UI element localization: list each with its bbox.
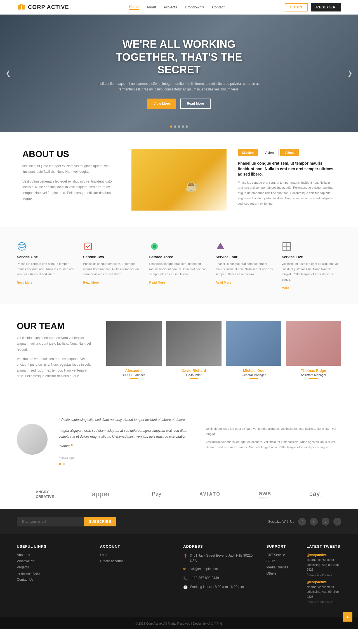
team-title: OUR TEAM bbox=[17, 321, 95, 331]
footer-link-contact[interactable]: Contact Us bbox=[17, 578, 92, 582]
team-title-4: Assistant Manager bbox=[286, 373, 341, 377]
footer-bottom: © 2018 Corp Active. All Rights Reserved … bbox=[0, 617, 358, 629]
tweet-text-1: sit amet consectetur adipiscing. Aug 09,… bbox=[307, 557, 341, 572]
about-section: ABOUT US vel tincidunt justo leo eget ex… bbox=[0, 132, 358, 227]
hero-prev-arrow[interactable]: ❮ bbox=[6, 70, 11, 77]
about-body: Phasellus congue erat sem, ut tempor mau… bbox=[238, 180, 336, 206]
address-hours: 🕐 Working Hours : 8:00 a.m - 6:00 p.m bbox=[183, 584, 258, 591]
service-desc-3: Phasellus congue erat sem, ut tempor mau… bbox=[149, 261, 209, 277]
footer-support-1[interactable]: 24/7 Service bbox=[267, 553, 301, 557]
clock-icon: 🕐 bbox=[183, 585, 188, 591]
footer-useful-links: USEFUL LINKS About us What we do Project… bbox=[17, 544, 92, 607]
footer-tweets: LATEST TWEETS @corpactive sit amet conse… bbox=[307, 544, 341, 607]
about-right: Mission Vision Values Phasellus congue e… bbox=[238, 149, 336, 206]
brand-name: CORP ACTIVE bbox=[28, 4, 69, 10]
nav-about[interactable]: About bbox=[147, 5, 156, 9]
tweet-time-2: Posted 4 days ago bbox=[307, 600, 341, 603]
tab-values[interactable]: Values bbox=[280, 149, 299, 156]
partner-aws: aws bbox=[259, 490, 271, 498]
tab-mission[interactable]: Mission bbox=[238, 149, 258, 156]
tab-vision[interactable]: Vision bbox=[260, 149, 279, 156]
team-name-3: Michael Doe bbox=[226, 368, 281, 373]
hero-dot-1[interactable] bbox=[170, 125, 172, 128]
subscribe-button[interactable]: SUBSCRIBE bbox=[84, 517, 116, 526]
email-input[interactable] bbox=[17, 517, 84, 526]
testimonial-right-text-2: Vestibulum venenatis leo eget ex aliquam… bbox=[206, 439, 341, 450]
view-more-button[interactable]: View More bbox=[147, 99, 176, 109]
rss-icon[interactable]: r bbox=[333, 518, 341, 526]
service-link-3[interactable]: Read More bbox=[149, 281, 165, 284]
svg-marker-7 bbox=[216, 242, 224, 249]
footer-link-login[interactable]: Login bbox=[100, 553, 175, 557]
tweet-user-2: @corpactive bbox=[307, 580, 341, 584]
tweets-title: LATEST TWEETS bbox=[307, 544, 341, 549]
login-button[interactable]: LOGIN bbox=[285, 3, 308, 11]
brand[interactable]: CORP ACTIVE bbox=[17, 3, 69, 12]
read-more-button[interactable]: Read More bbox=[180, 99, 211, 109]
scroll-top-button[interactable]: ▲ bbox=[343, 612, 352, 622]
pinterest-icon[interactable]: p bbox=[322, 518, 329, 526]
twitter-icon[interactable]: t bbox=[310, 518, 318, 526]
service-icon-5 bbox=[282, 241, 292, 251]
team-section: OUR TEAM vel tincidunt justo leo eget ex… bbox=[0, 304, 358, 400]
svg-rect-1 bbox=[22, 5, 25, 10]
testimonial-dot-1[interactable] bbox=[59, 463, 61, 465]
service-link-2[interactable]: Read More bbox=[83, 281, 99, 284]
partner-aviato: AVIATO bbox=[199, 492, 221, 497]
footer-link-what[interactable]: What we do bbox=[17, 559, 92, 563]
testimonial-quote: Polite sadipscing elitz, sed diam nonumy… bbox=[59, 414, 194, 454]
about-img-placeholder bbox=[131, 149, 227, 211]
hero-buttons: View More Read More bbox=[95, 99, 263, 109]
tweet-1: @corpactive sit amet consectetur adipisc… bbox=[307, 553, 341, 576]
location-icon: 📍 bbox=[183, 553, 188, 559]
service-link-4[interactable]: Read More bbox=[215, 281, 231, 284]
hero-dot-4[interactable] bbox=[182, 125, 184, 128]
testimonial-dot-2[interactable] bbox=[63, 463, 65, 465]
nav-projects[interactable]: Projects bbox=[164, 5, 177, 9]
team-title-2: Co-founder bbox=[166, 373, 222, 377]
address-email: ✉ mail@example.com bbox=[183, 566, 258, 573]
footer-right: SUPPORT 24/7 Service FAQ's Media Queries… bbox=[267, 544, 341, 607]
team-grid: Alexander CEO & Founder David Richard Co… bbox=[106, 321, 341, 383]
service-card-4: Service Four Phasellus congue erat sem, … bbox=[215, 241, 275, 290]
about-tabs: Mission Vision Values bbox=[238, 149, 336, 156]
navbar: CORP ACTIVE Home About Projects Dropdown… bbox=[0, 0, 358, 15]
hero-dot-5[interactable] bbox=[186, 125, 188, 128]
hero-dots bbox=[170, 125, 188, 128]
footer-support-3[interactable]: Media Queries bbox=[267, 565, 301, 569]
service-link-1[interactable]: Read More bbox=[17, 281, 32, 284]
svg-rect-0 bbox=[18, 5, 21, 10]
hero-dot-3[interactable] bbox=[178, 125, 180, 128]
address-location: 📍 3461 Jack Street Beverly Jack Hills 90… bbox=[183, 553, 258, 564]
footer-main: USEFUL LINKS About us What we do Project… bbox=[0, 534, 358, 617]
team-inner: OUR TEAM vel tincidunt justo leo eget ex… bbox=[17, 321, 341, 383]
register-button[interactable]: REGISTER bbox=[311, 3, 341, 11]
team-divider-3 bbox=[249, 378, 258, 379]
hero-next-arrow[interactable]: ❯ bbox=[347, 70, 352, 77]
partners-grid: ANGRYCREATIVE apper  Pay AVIATO aws pay… bbox=[17, 489, 341, 499]
team-divider-4 bbox=[309, 378, 318, 379]
footer-support-4[interactable]: Others bbox=[267, 571, 301, 575]
hero-dot-2[interactable] bbox=[174, 125, 176, 128]
avatar-image bbox=[17, 424, 48, 455]
footer-subscribe: SUBSCRIBE Socialize With Us f t p r bbox=[0, 509, 358, 534]
service-name-5: Service Five bbox=[282, 255, 341, 259]
auth-buttons: LOGIN REGISTER bbox=[285, 3, 341, 11]
team-photo-4 bbox=[286, 321, 341, 366]
nav-contact[interactable]: Contact bbox=[212, 5, 225, 9]
main-nav: Home About Projects Dropdown ▾ Contact bbox=[129, 4, 225, 10]
tweet-text-2: sit amet consectetur adipiscing. Aug 09,… bbox=[307, 585, 341, 599]
address-phone: 📞 +112 367 898 2449 bbox=[183, 575, 258, 582]
service-card-1: Service One Phasellus congue erat sem, u… bbox=[17, 241, 76, 290]
nav-dropdown[interactable]: Dropdown ▾ bbox=[185, 5, 204, 9]
footer-link-projects[interactable]: Projects bbox=[17, 565, 92, 569]
facebook-icon[interactable]: f bbox=[298, 518, 306, 526]
team-photo-2 bbox=[166, 321, 222, 366]
footer-link-about[interactable]: About us bbox=[17, 553, 92, 557]
footer-support-2[interactable]: FAQ's bbox=[267, 559, 301, 563]
service-link-5[interactable]: More bbox=[282, 286, 289, 290]
footer-link-team[interactable]: Team members bbox=[17, 571, 92, 575]
nav-home[interactable]: Home bbox=[129, 4, 139, 10]
service-icon-1 bbox=[17, 241, 27, 251]
footer-link-create[interactable]: Create account bbox=[100, 559, 175, 563]
